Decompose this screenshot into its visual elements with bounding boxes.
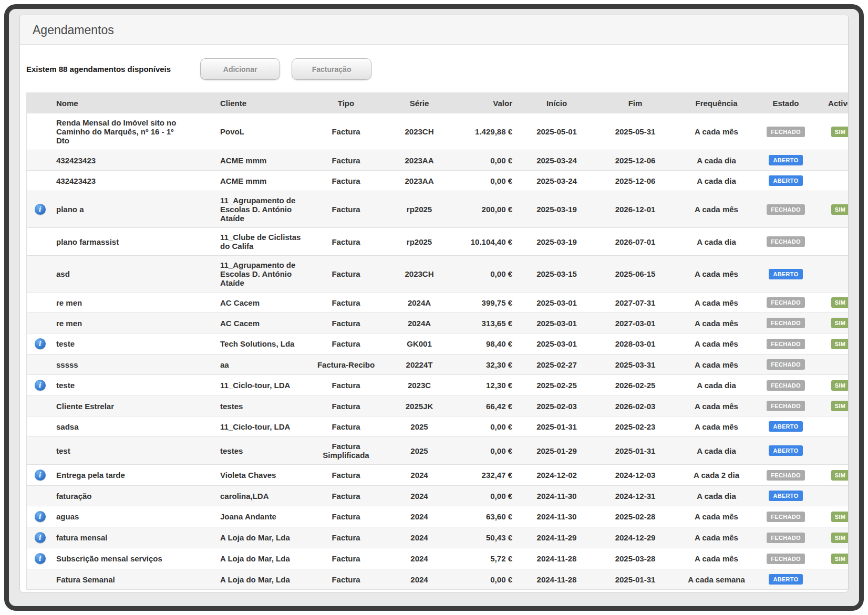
table-row[interactable]: iaguasJoana AndanteFactura202463,60 €202…	[27, 506, 849, 527]
cell-estado: ABERTO	[760, 486, 811, 506]
estado-badge: ABERTO	[769, 155, 802, 165]
cell-cliente: A Loja do Mar, Lda	[217, 569, 307, 590]
table-row[interactable]: faturaçãocarolina,LDAFactura20240,00 €20…	[27, 486, 849, 506]
table-row[interactable]: Renda Mensal do Imóvel sito no Caminho d…	[27, 113, 849, 150]
cell-cliente: ACME mmm	[217, 150, 307, 171]
cell-cliente: Violeta Chaves	[217, 465, 307, 486]
cell-activo	[811, 355, 849, 375]
cell-tipo: Factura	[307, 191, 385, 228]
window-frame: Agendamentos Existem 88 agendamentos dis…	[4, 4, 864, 611]
cell-serie: rp2025	[385, 191, 454, 228]
table-row[interactable]: asd11_Agrupamento de Escolas D. António …	[27, 256, 849, 293]
cell-valor: 66,42 €	[454, 396, 515, 416]
table-row[interactable]: iplano a11_Agrupamento de Escolas D. Ant…	[27, 191, 849, 228]
cell-inicio: 2025-03-24	[515, 171, 598, 191]
cell-serie: 2024A	[385, 293, 454, 313]
table-row[interactable]: 432423423ACME mmmFactura2023AA0,00 €2025…	[27, 171, 849, 191]
cell-cliente: ACME mmm	[217, 171, 307, 191]
cell-cliente: Tech Solutions, Lda	[217, 333, 307, 355]
cell-frequencia: A cada mês	[673, 191, 760, 228]
table-row[interactable]: testtestesFactura Simplificada20250,00 €…	[27, 437, 849, 465]
cell-fim: 2025-02-23	[598, 416, 673, 437]
info-icon[interactable]: i	[35, 553, 46, 564]
cell-frequencia: A cada 2 dia	[673, 465, 760, 486]
nome-text: test	[56, 446, 178, 455]
cell-valor: 0,00 €	[454, 256, 515, 293]
cell-fim: 2027-03-01	[598, 313, 673, 333]
nome-text: sadsa	[56, 422, 178, 431]
table-row[interactable]: ifatura mensalA Loja do Mar, LdaFactura2…	[27, 527, 849, 548]
table-row[interactable]: re menAC CacemFactura2024A399,75 €2025-0…	[27, 293, 849, 313]
info-icon[interactable]: i	[35, 532, 46, 543]
table-row[interactable]: plano farmassist11_Clube de Ciclistas do…	[27, 228, 849, 256]
info-icon[interactable]: i	[35, 204, 46, 215]
cell-cliente: AC Cacem	[217, 293, 307, 313]
table-row[interactable]: iSubscrição mensal serviçosA Loja do Mar…	[27, 548, 849, 569]
cell-tipo: Factura	[307, 416, 385, 437]
cell-inicio: 2025-03-19	[515, 228, 598, 256]
table-row[interactable]: sadsa11_Ciclo-tour, LDAFactura20250,00 €…	[27, 416, 849, 437]
cell-frequencia: A cada mês	[673, 113, 760, 150]
cell-cliente: A Loja do Mar, Lda	[217, 527, 307, 548]
cell-serie: 20224T	[385, 355, 454, 375]
cell-estado: FECHADO	[760, 527, 811, 548]
info-cell	[27, 228, 54, 256]
cell-estado: ABERTO	[760, 150, 811, 171]
cell-activo: SIM	[811, 113, 849, 150]
table-row[interactable]: iteste11_Ciclo-tour, LDAFactura2023C12,3…	[27, 375, 849, 396]
cell-estado: FECHADO	[760, 355, 811, 375]
cell-nome: Fatura Semanal	[53, 569, 217, 590]
table-row[interactable]: Fatura SemanalA Loja do Mar, LdaFactura2…	[27, 569, 849, 590]
cell-nome: asd	[53, 256, 217, 293]
cell-cliente: 11_Agrupamento de Escolas D. António Ata…	[217, 256, 307, 293]
adicionar-button[interactable]: Adicionar	[200, 58, 280, 80]
cell-estado: ABERTO	[760, 171, 811, 191]
cell-valor: 313,65 €	[454, 313, 515, 333]
cell-activo	[811, 437, 849, 465]
table-row[interactable]: sssssaaFactura-Recibo20224T32,30 €2025-0…	[27, 355, 849, 375]
column-header-cliente: Cliente	[217, 92, 307, 113]
activo-badge: SIM	[831, 401, 849, 411]
cell-inicio: 2025-03-01	[515, 313, 598, 333]
cell-valor: 1.429,88 €	[454, 113, 515, 150]
cell-nome: fatura mensal	[53, 527, 217, 548]
facturacao-button[interactable]: Facturação	[292, 58, 371, 80]
info-cell	[27, 355, 54, 375]
cell-activo	[811, 228, 849, 256]
cell-activo	[811, 150, 849, 171]
cell-estado: ABERTO	[760, 569, 811, 590]
table-row[interactable]: itesteTech Solutions, LdaFacturaGK00198,…	[27, 333, 849, 355]
info-icon[interactable]: i	[35, 511, 46, 522]
cell-tipo: Factura	[307, 113, 385, 150]
estado-badge: ABERTO	[769, 421, 802, 432]
cell-fim: 2025-01-31	[598, 437, 673, 465]
estado-badge: FECHADO	[767, 380, 805, 391]
cell-valor: 98,40 €	[454, 333, 515, 355]
cell-fim: 2026-12-01	[598, 191, 673, 228]
activo-badge: SIM	[831, 297, 849, 308]
table-row[interactable]: Cliente EstrelartestesFactura2025JK66,42…	[27, 396, 849, 416]
table-row[interactable]: iEntrega pela tardeVioleta ChavesFactura…	[27, 465, 849, 486]
table-row[interactable]: 432423423ACME mmmFactura2023AA0,00 €2025…	[27, 150, 849, 171]
cell-nome: plano farmassist	[53, 228, 217, 256]
info-cell: i	[27, 527, 54, 548]
table-row[interactable]: re menAC CacemFactura2024A313,65 €2025-0…	[27, 313, 849, 333]
column-header-activo: Activo	[811, 92, 849, 113]
cell-tipo: Factura	[307, 548, 385, 569]
cell-activo: SIM	[811, 293, 849, 313]
cell-tipo: Factura	[307, 313, 385, 333]
cell-serie: 2024	[385, 465, 454, 486]
cell-cliente: 11_Ciclo-tour, LDA	[217, 375, 307, 396]
cell-fim: 2024-12-31	[598, 486, 673, 506]
info-icon[interactable]: i	[35, 380, 46, 391]
info-cell: i	[27, 191, 54, 228]
toolbar: Existem 88 agendamentos disponíveis Adic…	[20, 45, 848, 92]
info-icon[interactable]: i	[35, 338, 46, 349]
nome-text: teste	[56, 339, 178, 348]
cell-frequencia: A cada dia	[673, 486, 760, 506]
cell-valor: 0,00 €	[454, 437, 515, 465]
info-icon[interactable]: i	[35, 470, 46, 481]
nome-text: re men	[56, 319, 178, 328]
cell-fim: 2025-03-28	[598, 548, 673, 569]
cell-activo	[811, 171, 849, 191]
